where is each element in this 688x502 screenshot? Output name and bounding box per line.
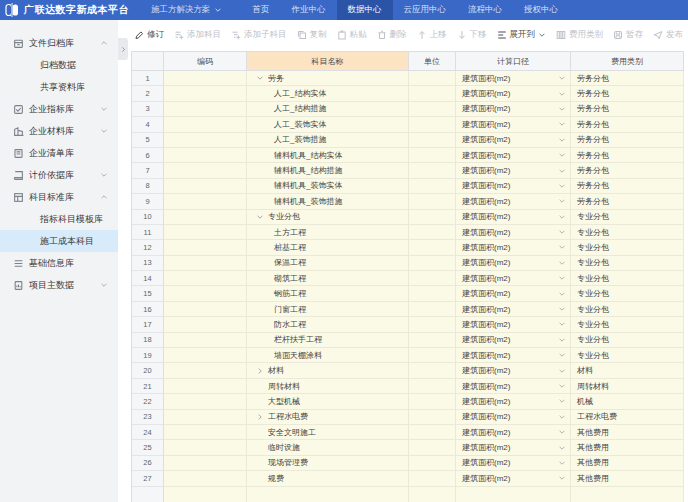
table-row[interactable]: 26现场管理费建筑面积(m2)其他费用 [132, 456, 684, 471]
table-row[interactable]: 16门窗工程建筑面积(m2)专业分包 [132, 302, 684, 317]
caliber-value: 建筑面积(m2) [462, 150, 510, 161]
caliber-cell[interactable]: 建筑面积(m2) [456, 117, 571, 132]
table-row[interactable]: 13保温工程建筑面积(m2)专业分包 [132, 256, 684, 271]
caliber-cell[interactable]: 建筑面积(m2) [456, 163, 571, 178]
caliber-cell[interactable]: 建筑面积(m2) [456, 286, 571, 301]
table-row[interactable]: 8辅料机具_装饰实体建筑面积(m2)劳务分包 [132, 179, 684, 194]
toolbar-button-3[interactable]: 复制 [297, 29, 327, 41]
table-row[interactable]: 9辅料机具_装饰措施建筑面积(m2)劳务分包 [132, 194, 684, 209]
unit-cell [409, 471, 456, 486]
caliber-cell[interactable]: 建筑面积(m2) [456, 210, 571, 225]
toolbar-button-10[interactable]: 暂存 [613, 29, 643, 41]
caliber-cell[interactable]: 建筑面积(m2) [456, 225, 571, 240]
caliber-cell[interactable]: 建筑面积(m2) [456, 317, 571, 332]
publish-icon [653, 30, 663, 40]
tree-chevron-down-icon[interactable] [256, 213, 264, 221]
sidebar-item-9[interactable]: 施工成本科目 [0, 230, 118, 252]
table-row[interactable]: 19墙面天棚涂料建筑面积(m2)专业分包 [132, 348, 684, 363]
table-row[interactable]: 2人工_结构实体建筑面积(m2)劳务分包 [132, 86, 684, 101]
toolbar-button-9[interactable]: 费用类别 [556, 29, 603, 41]
caliber-cell[interactable]: 建筑面积(m2) [456, 102, 571, 117]
sidebar-item-7[interactable]: 科目标准库 [0, 186, 118, 208]
tree-chevron-down-icon[interactable] [256, 74, 264, 82]
table-row[interactable]: 25临时设施建筑面积(m2)其他费用 [132, 440, 684, 455]
nav-item-5[interactable]: 授权中心 [513, 0, 569, 20]
toolbar-button-7[interactable]: 下移 [457, 29, 487, 41]
nav-item-4[interactable]: 流程中心 [457, 0, 513, 20]
caliber-cell[interactable]: 建筑面积(m2) [456, 194, 571, 209]
sidebar-item-6[interactable]: 计价依据库 [0, 164, 118, 186]
table-row[interactable]: 5人工_装饰措施建筑面积(m2)劳务分包 [132, 133, 684, 148]
caliber-cell[interactable]: 建筑面积(m2) [456, 410, 571, 425]
table-row[interactable]: 10专业分包建筑面积(m2)专业分包 [132, 210, 684, 225]
toolbar-button-2[interactable]: 添加子科目 [231, 29, 287, 41]
sidebar-item-5[interactable]: 企业清单库 [0, 142, 118, 164]
nav-item-1[interactable]: 作业中心 [281, 0, 337, 20]
table-row[interactable]: 14砌筑工程建筑面积(m2)专业分包 [132, 271, 684, 286]
table-row[interactable]: 6辅料机具_结构实体建筑面积(m2)劳务分包 [132, 148, 684, 163]
toolbar-button-5[interactable]: 删除 [377, 29, 407, 41]
table-row[interactable]: 17防水工程建筑面积(m2)专业分包 [132, 317, 684, 332]
table-row[interactable]: 24安全文明施工建筑面积(m2)其他费用 [132, 425, 684, 440]
caliber-cell[interactable]: 建筑面积(m2) [456, 179, 571, 194]
sidebar-item-2[interactable]: 共享资料库 [0, 76, 118, 98]
subject-name-cell: 工程水电费 [247, 410, 409, 425]
sidebar-item-11[interactable]: 项目主数据 [0, 274, 118, 296]
table-row[interactable]: 23工程水电费建筑面积(m2)工程水电费 [132, 410, 684, 425]
sidebar-collapse-handle[interactable] [118, 38, 128, 60]
caliber-cell[interactable]: 建筑面积(m2) [456, 440, 571, 455]
caliber-cell[interactable]: 建筑面积(m2) [456, 240, 571, 255]
caliber-cell[interactable]: 建筑面积(m2) [456, 379, 571, 394]
sidebar-item-10[interactable]: 基础信息库 [0, 252, 118, 274]
table-row[interactable]: 1劳务建筑面积(m2)劳务分包 [132, 71, 684, 86]
table-row[interactable]: 12桩基工程建筑面积(m2)专业分包 [132, 240, 684, 255]
solution-menu[interactable]: 施工方解决方案 [151, 4, 222, 16]
row-number-cell: 8 [132, 179, 164, 194]
unit-cell [409, 440, 456, 455]
toolbar-button-1[interactable]: 添加科目 [174, 29, 221, 41]
table-row[interactable]: 21周转材料建筑面积(m2)周转材料 [132, 379, 684, 394]
table-row[interactable]: 7辅料机具_结构措施建筑面积(m2)劳务分包 [132, 163, 684, 178]
toolbar-button-8[interactable]: 展开到 [497, 29, 547, 41]
caliber-cell[interactable]: 建筑面积(m2) [456, 86, 571, 101]
caliber-cell[interactable]: 建筑面积(m2) [456, 363, 571, 378]
sidebar-item-3[interactable]: 企业指标库 [0, 98, 118, 120]
toolbar-button-4[interactable]: 粘贴 [337, 29, 367, 41]
caliber-cell[interactable]: 建筑面积(m2) [456, 148, 571, 163]
caliber-cell[interactable]: 建筑面积(m2) [456, 394, 571, 409]
unit-cell [409, 379, 456, 394]
tree-chevron-right-icon[interactable] [256, 413, 264, 421]
table-row[interactable]: 15钢筋工程建筑面积(m2)专业分包 [132, 286, 684, 301]
code-cell [164, 102, 247, 117]
toolbar-button-6[interactable]: 上移 [417, 29, 447, 41]
nav-item-3[interactable]: 云应用中心 [393, 0, 458, 20]
table-row[interactable]: 3人工_结构措施建筑面积(m2)劳务分包 [132, 102, 684, 117]
caliber-cell[interactable]: 建筑面积(m2) [456, 425, 571, 440]
table-row[interactable]: 22大型机械建筑面积(m2)机械 [132, 394, 684, 409]
caliber-cell[interactable]: 建筑面积(m2) [456, 71, 571, 86]
sidebar-item-0[interactable]: 文件归档库 [0, 32, 118, 54]
caliber-cell[interactable]: 建筑面积(m2) [456, 256, 571, 271]
sidebar-item-8[interactable]: 指标科目模板库 [0, 208, 118, 230]
sidebar-item-4[interactable]: 企业材料库 [0, 120, 118, 142]
caliber-cell[interactable]: 建筑面积(m2) [456, 133, 571, 148]
table-row[interactable]: 20材料建筑面积(m2)材料 [132, 363, 684, 378]
table-row[interactable]: 4人工_装饰实体建筑面积(m2)劳务分包 [132, 117, 684, 132]
arrow-down-icon [457, 30, 467, 40]
caliber-cell[interactable]: 建筑面积(m2) [456, 456, 571, 471]
table-row[interactable]: 11土方工程建筑面积(m2)专业分包 [132, 225, 684, 240]
sidebar-item-1[interactable]: 归档数据 [0, 54, 118, 76]
nav-item-0[interactable]: 首页 [242, 0, 281, 20]
nav-item-2[interactable]: 数据中心 [337, 0, 393, 20]
caliber-cell[interactable]: 建筑面积(m2) [456, 333, 571, 348]
caliber-cell[interactable]: 建筑面积(m2) [456, 348, 571, 363]
table-row[interactable]: 18栏杆扶手工程建筑面积(m2)专业分包 [132, 333, 684, 348]
toolbar-button-0[interactable]: 修订 [134, 29, 164, 41]
tree-chevron-right-icon[interactable] [256, 367, 264, 375]
caliber-cell[interactable]: 建筑面积(m2) [456, 271, 571, 286]
unit-cell [409, 117, 456, 132]
caliber-cell[interactable]: 建筑面积(m2) [456, 302, 571, 317]
caliber-cell[interactable]: 建筑面积(m2) [456, 471, 571, 486]
table-row[interactable]: 27规费建筑面积(m2)其他费用 [132, 471, 684, 486]
toolbar-button-11[interactable]: 发布 [653, 29, 683, 41]
